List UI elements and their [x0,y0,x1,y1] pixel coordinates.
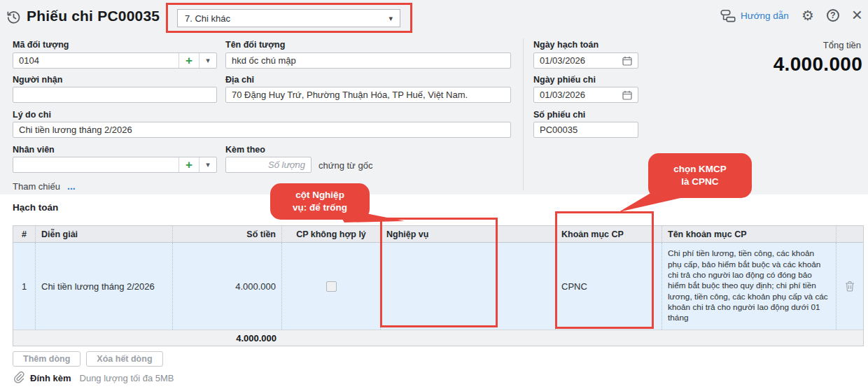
label-ten-doi-tuong: Tên đối tượng [225,40,285,50]
nguoi-nhan-input[interactable] [13,87,217,103]
label-ngay-hach-toan: Ngày hạch toán [533,40,598,50]
ma-doi-tuong-combo[interactable]: 0104 + ▾ [13,52,217,69]
add-nhan-vien-button[interactable]: + [178,157,199,172]
col-header-stt: # [13,226,36,242]
table-header-row: # Diễn giải Số tiền CP không hợp lý Nghi… [13,226,863,243]
nhan-vien-combo[interactable]: + ▾ [13,157,217,173]
row-cp-checkbox-cell [282,243,381,330]
col-header-nghiep-vu: Nghiệp vụ [381,226,556,242]
label-ly-do-chi: Lý do chi [13,110,51,120]
hach-toan-table: # Diễn giải Số tiền CP không hợp lý Nghi… [13,225,864,346]
label-ma-doi-tuong: Mã đối tượng [13,40,69,50]
settings-gear-icon[interactable]: ⚙ [802,8,814,22]
guide-flow-icon [720,9,736,22]
history-icon[interactable] [6,9,22,25]
cp-khong-hop-ly-checkbox[interactable] [326,281,337,292]
label-so-phieu-chi: Số phiếu chi [533,110,585,120]
add-doi-tuong-button[interactable]: + [178,53,199,68]
label-tong-tien: Tổng tiền [823,40,861,50]
voucher-type-dropdown[interactable]: 7. Chi khác ▾ [177,9,400,27]
so-phieu-chi-input[interactable] [533,122,638,138]
attach-size-hint: Dung lượng tối đa 5MB [80,373,174,383]
form-divider [523,38,524,190]
paperclip-icon [13,372,24,384]
kem-theo-input[interactable] [225,157,312,173]
header-actions: Hướng dẫn ⚙ ? × [720,8,862,22]
close-icon[interactable]: × [852,8,862,21]
page-title: Phiếu chi PC00035 [27,8,160,24]
nhan-vien-value [13,157,178,172]
delete-row-icon[interactable] [845,281,855,292]
nhan-vien-dropdown-icon[interactable]: ▾ [199,157,216,172]
kem-theo-suffix: chứng từ gốc [318,160,372,171]
dia-chi-input[interactable] [225,87,511,103]
guide-link[interactable]: Hướng dẫn [720,9,789,22]
col-header-dien-giai: Diễn giải [36,226,173,242]
label-ngay-phieu-chi: Ngày phiếu chi [533,75,596,85]
table-row[interactable]: 1 Chi tiền lương tháng 2/2026 4.000.000 … [13,243,863,330]
row-stt: 1 [13,243,36,330]
row-actions-cell [836,243,863,330]
row-dien-giai[interactable]: Chi tiền lương tháng 2/2026 [36,243,173,330]
calendar-icon [622,90,632,100]
col-header-cp-khong-hop-ly: CP không hợp lý [282,226,381,242]
table-buttons: Thêm dòng Xóa hết dòng [13,351,163,367]
payment-voucher-window: Phiếu chi PC00035 7. Chi khác ▾ Hướng dẫ… [0,0,868,389]
label-nhan-vien: Nhân viên [13,145,55,155]
col-header-so-tien: Số tiền [173,226,282,242]
tham-chieu-expand-link[interactable]: ... [67,181,76,192]
ly-do-chi-input[interactable] [13,122,511,138]
table-total-so-tien: 4.000.000 [173,330,282,346]
row-khoan-muc-cp[interactable]: CPNC [556,243,662,330]
ngay-hach-toan-input[interactable]: 01/03/2026 [533,52,638,69]
ten-doi-tuong-input[interactable] [225,52,511,69]
attach-label[interactable]: Đính kèm [30,373,71,383]
chevron-down-icon: ▾ [388,14,393,23]
attachment-row: Đính kèm Dung lượng tối đa 5MB [13,372,174,384]
ngay-phieu-chi-input[interactable]: 01/03/2026 [533,87,638,103]
col-header-khoan-muc-cp: Khoản mục CP [556,226,662,242]
row-nghiep-vu[interactable] [381,243,556,330]
help-icon[interactable]: ? [827,9,839,22]
hach-toan-title: Hạch toán [13,202,58,213]
ma-doi-tuong-value: 0104 [13,53,178,68]
calendar-icon [622,56,632,66]
row-ten-khoan-muc-cp: Chi phí tiền lương, tiền công, các khoản… [662,243,836,330]
add-row-button[interactable]: Thêm dòng [13,351,80,367]
label-tham-chieu: Tham chiếu [13,181,60,192]
col-header-actions [836,226,863,242]
label-dia-chi: Địa chỉ [225,75,254,85]
label-nguoi-nhan: Người nhận [13,75,62,85]
doi-tuong-dropdown-icon[interactable]: ▾ [199,53,216,68]
label-kem-theo: Kèm theo [225,145,265,155]
tong-tien-value: 4.000.000 [774,53,862,76]
voucher-type-value: 7. Chi khác [185,13,230,24]
table-total-row: 4.000.000 [13,330,863,346]
clear-rows-button[interactable]: Xóa hết dòng [86,351,162,367]
row-so-tien[interactable]: 4.000.000 [173,243,282,330]
col-header-ten-khoan-muc-cp: Tên khoản mục CP [662,226,836,242]
guide-link-label: Hướng dẫn [741,10,789,21]
